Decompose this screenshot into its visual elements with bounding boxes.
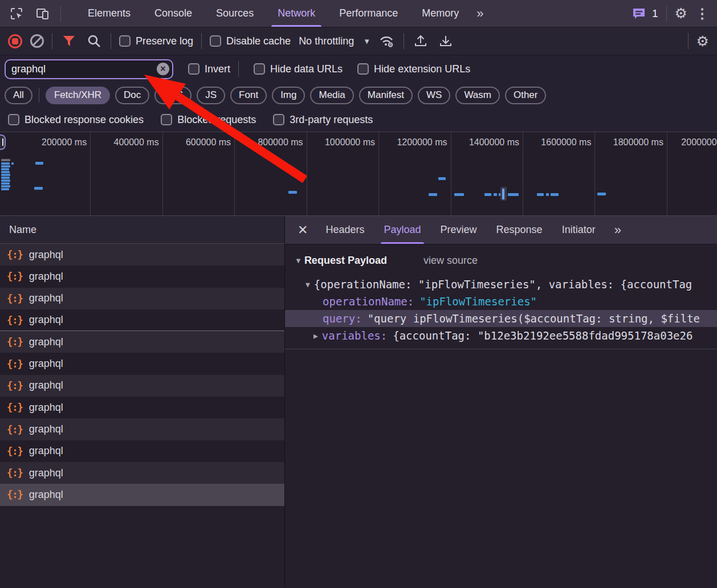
chip-wasm[interactable]: Wasm: [455, 87, 500, 104]
request-row[interactable]: {:}graphql: [0, 331, 284, 353]
chip-all[interactable]: All: [5, 87, 32, 104]
issues-message-icon[interactable]: [630, 5, 647, 22]
detail-tab-headers[interactable]: Headers: [316, 216, 374, 244]
request-row[interactable]: {:}graphql: [0, 397, 284, 418]
timeline-bar: [1, 188, 9, 190]
checkbox-icon[interactable]: [273, 114, 284, 125]
network-conditions-icon[interactable]: [378, 32, 396, 50]
request-row[interactable]: {:}graphql: [0, 418, 284, 440]
timeline-overview[interactable]: 200000 ms400000 ms600000 ms800000 ms1000…: [0, 132, 717, 216]
more-tabs-icon[interactable]: »: [471, 6, 488, 21]
device-toolbar-icon[interactable]: [34, 5, 51, 22]
timeline-bar: [1, 185, 10, 187]
chip-media[interactable]: Media: [310, 87, 353, 104]
disable-cache-checkbox[interactable]: Disable cache: [210, 35, 291, 47]
request-row[interactable]: {:}graphql: [0, 375, 284, 397]
checkbox-icon[interactable]: [119, 35, 131, 47]
tab-console[interactable]: Console: [142, 0, 204, 27]
clear-network-log-icon[interactable]: [30, 34, 44, 48]
timeline-tick-label: 600000 ms: [156, 137, 231, 148]
tab-sources[interactable]: Sources: [204, 0, 266, 27]
timeline-bar: [34, 187, 43, 190]
settings-gear-icon[interactable]: ⚙: [675, 6, 687, 21]
request-row[interactable]: {:}graphql: [0, 244, 284, 266]
preserve-log-checkbox[interactable]: Preserve log: [119, 35, 193, 47]
chip-ws[interactable]: WS: [418, 87, 450, 104]
hide-data-urls-checkbox[interactable]: Hide data URLs: [254, 63, 343, 75]
invert-checkbox[interactable]: Invert: [188, 63, 230, 75]
json-icon: {:}: [7, 446, 23, 457]
json-icon: {:}: [7, 249, 23, 260]
divider: [201, 33, 202, 49]
request-row[interactable]: {:}graphql: [0, 462, 284, 484]
request-name: graphql: [29, 489, 63, 501]
chip-fetch-xhr[interactable]: Fetch/XHR: [46, 87, 110, 104]
filter-checkbox-blocked-response-cookies[interactable]: Blocked response cookies: [8, 114, 144, 126]
payload-preview-row[interactable]: ▼ {operationName: "ipFlowTimeseries", va…: [285, 276, 717, 293]
checkbox-icon[interactable]: [161, 114, 172, 125]
timeline-bar: [1, 182, 10, 185]
filter-checkbox-blocked-requests[interactable]: Blocked requests: [161, 114, 256, 126]
inspect-element-icon[interactable]: [8, 5, 25, 22]
expand-triangle-icon[interactable]: ▶: [313, 332, 318, 340]
view-source-link[interactable]: view source: [423, 255, 478, 267]
devtools-tabbar: ElementsConsoleSourcesNetworkPerformance…: [0, 0, 717, 27]
timeline-gridline: [667, 132, 667, 215]
detail-tab-response[interactable]: Response: [487, 216, 552, 244]
checkbox-icon[interactable]: [188, 63, 199, 75]
hide-extension-urls-checkbox[interactable]: Hide extension URLs: [357, 63, 470, 75]
chip-doc[interactable]: Doc: [115, 87, 149, 104]
export-har-icon[interactable]: [437, 32, 454, 50]
import-har-icon[interactable]: [412, 32, 429, 50]
chip-img[interactable]: Img: [272, 87, 305, 104]
checkbox-icon[interactable]: [210, 35, 221, 47]
request-row[interactable]: {:}graphql: [0, 353, 284, 374]
clear-filter-icon[interactable]: ×: [157, 63, 169, 75]
more-detail-tabs-icon[interactable]: »: [609, 223, 626, 238]
timeline-bar: [502, 189, 504, 199]
network-settings-gear-icon[interactable]: ⚙: [696, 34, 709, 48]
name-column-header[interactable]: Name: [0, 216, 284, 244]
detail-tab-payload[interactable]: Payload: [374, 216, 430, 244]
filter-funnel-icon[interactable]: [60, 32, 78, 50]
chip-css[interactable]: CSS: [154, 87, 192, 104]
timeline-tick-label: 400000 ms: [84, 137, 159, 148]
filter-input[interactable]: [5, 59, 173, 79]
record-button[interactable]: [8, 34, 22, 48]
tab-network[interactable]: Network: [266, 0, 327, 27]
timeline-bar: [454, 193, 464, 196]
request-row[interactable]: {:}graphql: [0, 484, 284, 505]
detail-tab-initiator[interactable]: Initiator: [552, 216, 605, 244]
timeline-tick-label: 2000000 m: [681, 137, 717, 148]
expand-triangle-icon[interactable]: ▼: [305, 280, 310, 289]
tab-memory[interactable]: Memory: [410, 0, 471, 27]
checkbox-icon[interactable]: [254, 63, 265, 75]
chip-manifest[interactable]: Manifest: [359, 87, 413, 104]
filter-checkbox-3rd-party-requests[interactable]: 3rd-party requests: [273, 114, 373, 126]
timeline-bar: [11, 162, 14, 165]
payload-row-variables[interactable]: ▶ variables: {accountTag: "b12e3b2192ee5…: [285, 327, 717, 344]
request-row[interactable]: {:}graphql: [0, 440, 284, 462]
timeline-tick-label: 1200000 ms: [372, 137, 447, 148]
issues-count: 1: [652, 7, 658, 20]
search-icon[interactable]: [85, 32, 103, 50]
payload-row-query[interactable]: query: "query ipFlowTimeseries($accountT…: [285, 310, 717, 327]
payload-row-operationname[interactable]: operationName: "ipFlowTimeseries": [285, 293, 717, 310]
chip-font[interactable]: Font: [230, 87, 267, 104]
kebab-menu-icon[interactable]: ⋮: [695, 6, 709, 22]
timeline-scroll-handle[interactable]: [0, 134, 6, 150]
close-icon[interactable]: ✕: [291, 223, 316, 238]
request-row[interactable]: {:}graphql: [0, 266, 284, 287]
checkbox-icon[interactable]: [357, 63, 369, 75]
request-row[interactable]: {:}graphql: [0, 309, 284, 331]
tab-performance[interactable]: Performance: [327, 0, 410, 27]
request-row[interactable]: {:}graphql: [0, 288, 284, 309]
throttling-select[interactable]: No throttling ▼: [299, 35, 370, 47]
tab-elements[interactable]: Elements: [76, 0, 142, 27]
checkbox-icon[interactable]: [8, 114, 19, 125]
detail-tab-preview[interactable]: Preview: [431, 216, 487, 244]
collapse-triangle-icon[interactable]: ▼: [295, 256, 302, 265]
chip-other[interactable]: Other: [505, 87, 547, 104]
divider: [404, 33, 404, 49]
chip-js[interactable]: JS: [197, 87, 225, 104]
